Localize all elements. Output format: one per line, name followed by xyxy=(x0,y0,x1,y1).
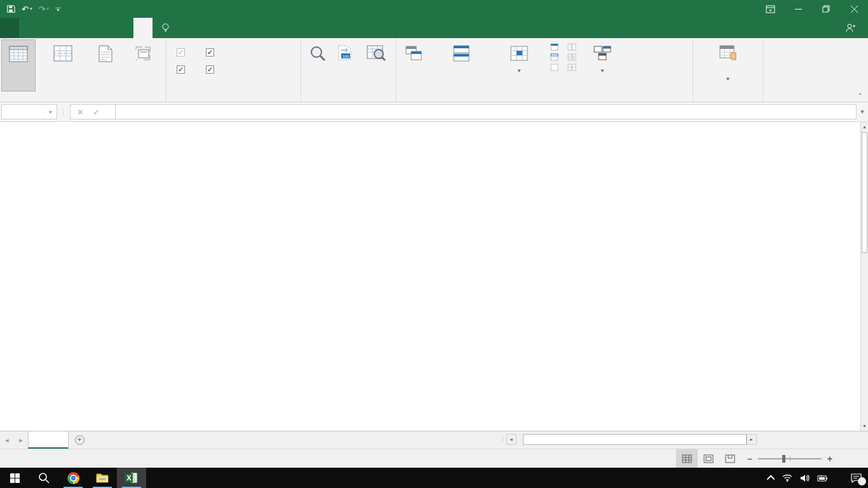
add-sheet-button[interactable]: + xyxy=(69,431,90,449)
redo-button[interactable]: ↷▾ xyxy=(38,4,48,14)
checkbox-gridlines[interactable]: ✓ xyxy=(177,65,188,74)
tab-datoteka[interactable] xyxy=(0,18,19,38)
group-label xyxy=(166,92,301,102)
zoom-button[interactable] xyxy=(302,39,332,92)
checkbox-headings[interactable]: ✓ xyxy=(206,65,217,74)
zoom-icon xyxy=(309,43,326,64)
zoom-in-button[interactable]: + xyxy=(827,454,832,464)
zoom-to-selection-icon xyxy=(367,43,386,64)
formula-input[interactable] xyxy=(116,104,857,119)
zoom-100-icon: 100 xyxy=(337,43,353,64)
switch-windows-icon xyxy=(593,43,611,64)
tab-polazno[interactable] xyxy=(19,18,38,38)
tab-umetanje[interactable] xyxy=(38,18,57,38)
restore-button[interactable] xyxy=(812,0,840,18)
normal-view-icon xyxy=(9,43,28,65)
normal-view-button[interactable] xyxy=(1,39,36,92)
zoom-to-selection-button[interactable] xyxy=(357,39,395,92)
checkbox-ruler[interactable]: ✓ xyxy=(177,48,188,57)
reset-window-position-button[interactable] xyxy=(567,64,579,71)
sheet-nav-right-icon[interactable]: ► xyxy=(14,431,28,449)
taskbar-explorer-button[interactable] xyxy=(88,468,117,488)
sheet-tab-list1[interactable] xyxy=(28,431,69,449)
unhide-button[interactable] xyxy=(550,64,561,71)
svg-text:100: 100 xyxy=(342,54,349,58)
excel-icon: X xyxy=(125,472,138,484)
normal-view-toggle[interactable] xyxy=(676,449,698,468)
undo-button[interactable]: ↶▾ xyxy=(22,4,32,14)
view-side-by-side-button[interactable] xyxy=(567,43,579,51)
horizontal-scrollbar[interactable]: ⁞ ◄ ► xyxy=(502,433,757,445)
minimize-button[interactable] xyxy=(784,0,812,18)
volume-icon[interactable] xyxy=(800,474,810,482)
formula-buttons: ✕ ✓ xyxy=(70,104,116,119)
tab-prikaz[interactable] xyxy=(133,18,153,38)
save-button[interactable] xyxy=(6,4,15,13)
scroll-right-icon[interactable]: ► xyxy=(747,434,757,445)
tab-izgled-stranice[interactable] xyxy=(57,18,76,38)
synchronous-scrolling-button[interactable] xyxy=(567,53,579,61)
battery-icon[interactable] xyxy=(817,475,828,482)
tray-expand-icon[interactable] xyxy=(767,475,775,483)
arrange-all-button[interactable] xyxy=(431,39,492,92)
page-break-toggle[interactable] xyxy=(719,449,741,468)
notification-badge xyxy=(858,477,866,485)
sheet-nav-left-icon[interactable]: ◄ xyxy=(0,431,14,449)
dropdown-arrow-icon: ▼ xyxy=(726,76,731,82)
expand-formula-bar-icon[interactable]: ▼ xyxy=(857,109,868,115)
split-button[interactable] xyxy=(550,43,561,51)
collapse-ribbon-button[interactable]: ⌃ xyxy=(858,92,863,99)
new-window-button[interactable] xyxy=(398,39,431,92)
spreadsheet-grid xyxy=(0,122,860,431)
scroll-up-icon[interactable]: ▲ xyxy=(861,122,868,132)
taskbar-chrome-button[interactable] xyxy=(58,468,88,488)
cancel-entry-icon[interactable]: ✕ xyxy=(77,107,84,117)
tell-me-box[interactable] xyxy=(153,18,182,38)
page-layout-toggle[interactable] xyxy=(698,449,719,468)
ribbon: ✓ ✓ ✓ ✓ 100 xyxy=(0,38,868,102)
page-break-preview-icon xyxy=(53,43,72,64)
name-box[interactable]: ▼ xyxy=(1,104,57,119)
name-box-dropdown-icon[interactable]: ▼ xyxy=(44,110,57,114)
scroll-left-icon[interactable]: ◄ xyxy=(506,434,517,445)
search-button[interactable] xyxy=(29,468,58,488)
zoom-out-button[interactable]: – xyxy=(747,454,752,464)
ribbon-display-options-button[interactable] xyxy=(756,0,784,18)
vertical-scroll-thumb[interactable] xyxy=(862,132,867,253)
system-tray xyxy=(769,468,868,488)
macros-button[interactable]: ▼ xyxy=(699,39,757,92)
checkbox-formula-bar[interactable]: ✓ xyxy=(206,48,217,57)
close-button[interactable] xyxy=(840,0,868,18)
scroll-down-icon[interactable]: ▼ xyxy=(861,421,868,431)
zoom-slider-tick xyxy=(790,456,790,461)
tab-pregled[interactable] xyxy=(114,18,133,38)
horizontal-scroll-thumb[interactable] xyxy=(523,434,747,445)
wifi-icon[interactable] xyxy=(782,474,792,482)
page-layout-button[interactable] xyxy=(90,39,121,92)
freeze-panes-button[interactable]: ▼ xyxy=(492,39,546,92)
tab-formule[interactable] xyxy=(76,18,95,38)
title-bar: ↶▾ ↷▾ —▾ xyxy=(0,0,868,18)
group-workbook-views xyxy=(0,38,166,102)
page-break-preview-button[interactable] xyxy=(36,39,90,92)
windows-logo-icon xyxy=(10,473,20,483)
custom-views-button[interactable] xyxy=(121,39,165,92)
group-label xyxy=(301,92,396,102)
action-center-button[interactable] xyxy=(851,473,862,483)
scrollbar-grip[interactable]: ⁞ xyxy=(502,437,504,443)
hide-button[interactable] xyxy=(550,53,561,61)
customize-qat-button[interactable]: —▾ xyxy=(55,6,61,11)
close-icon xyxy=(851,6,858,13)
zoom-slider[interactable] xyxy=(758,458,822,459)
custom-views-icon xyxy=(133,43,153,64)
vertical-scrollbar[interactable]: ▲ ▼ xyxy=(860,122,868,431)
confirm-entry-icon[interactable]: ✓ xyxy=(93,107,100,117)
switch-windows-button[interactable]: ▼ xyxy=(581,39,623,92)
share-button[interactable] xyxy=(845,18,868,38)
status-bar: – + xyxy=(0,449,868,468)
tab-podaci[interactable] xyxy=(95,18,114,38)
start-button[interactable] xyxy=(0,468,29,488)
taskbar-excel-button[interactable]: X xyxy=(117,468,146,488)
zoom-100-button[interactable]: 100 xyxy=(332,39,357,92)
zoom-slider-thumb[interactable] xyxy=(782,455,785,463)
